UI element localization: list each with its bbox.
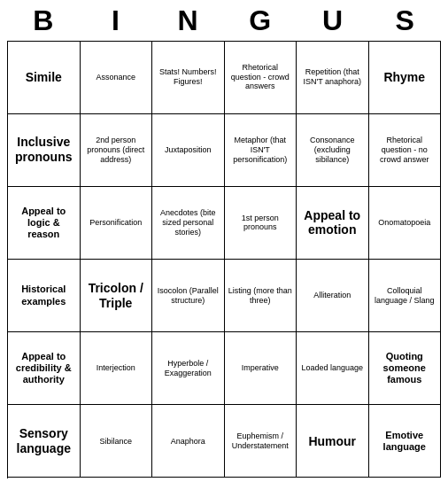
bingo-cell: Repetition (that ISN'T anaphora) <box>297 42 369 114</box>
bingo-cell: Euphemism / Understatement <box>225 405 297 478</box>
bingo-cell: Quoting someone famous <box>369 332 442 405</box>
title-letter: S <box>374 4 436 37</box>
bingo-cell: Metaphor (that ISN'T personification) <box>225 114 297 187</box>
title-letter: I <box>84 4 146 37</box>
bingo-cell: Colloquial language / Slang <box>369 260 442 332</box>
title-letter: U <box>301 4 363 37</box>
bingo-cell: Juxtaposition <box>152 114 225 187</box>
bingo-cell: 2nd person pronouns (direct address) <box>81 114 153 187</box>
bingo-cell: Loaded language <box>297 332 369 405</box>
title-letter: G <box>229 4 291 37</box>
bingo-cell: Interjection <box>81 332 153 405</box>
bingo-cell: Personification <box>81 187 153 260</box>
title-letter: B <box>12 4 74 37</box>
bingo-cell: Appeal to logic & reason <box>8 187 81 260</box>
bingo-cell: Sibilance <box>81 405 153 478</box>
bingo-cell: Tricolon / Triple <box>81 260 153 332</box>
bingo-grid: SimileAssonanceStats! Numbers! Figures!R… <box>7 41 441 478</box>
bingo-cell: Humour <box>297 405 369 478</box>
bingo-cell: Isocolon (Parallel structure) <box>152 260 225 332</box>
bingo-cell: Anaphora <box>152 405 225 478</box>
bingo-cell: Consonance (excluding sibilance) <box>297 114 369 187</box>
title-letter: N <box>157 4 219 37</box>
bingo-cell: Inclusive pronouns <box>8 114 81 187</box>
bingo-cell: Assonance <box>81 42 153 114</box>
bingo-cell: Rhetorical question - no crowd answer <box>369 114 442 187</box>
bingo-cell: Sensory language <box>8 405 81 478</box>
bingo-cell: Hyperbole / Exaggeration <box>152 332 225 405</box>
bingo-cell: Imperative <box>225 332 297 405</box>
bingo-cell: Appeal to emotion <box>297 187 369 260</box>
bingo-card: BINGUS SimileAssonanceStats! Numbers! Fi… <box>7 4 441 478</box>
bingo-cell: Listing (more than three) <box>225 260 297 332</box>
bingo-cell: Emotive language <box>369 405 442 478</box>
bingo-cell: Anecdotes (bite sized personal stories) <box>152 187 225 260</box>
bingo-cell: Historical examples <box>8 260 81 332</box>
bingo-cell: Appeal to credibility & authority <box>8 332 81 405</box>
bingo-cell: Stats! Numbers! Figures! <box>152 42 225 114</box>
bingo-cell: Rhetorical question - crowd answers <box>225 42 297 114</box>
bingo-title: BINGUS <box>7 4 441 37</box>
bingo-cell: Alliteration <box>297 260 369 332</box>
bingo-cell: Onomatopoeia <box>369 187 442 260</box>
bingo-cell: 1st person pronouns <box>225 187 297 260</box>
bingo-cell: Simile <box>8 42 81 114</box>
bingo-cell: Rhyme <box>369 42 442 114</box>
